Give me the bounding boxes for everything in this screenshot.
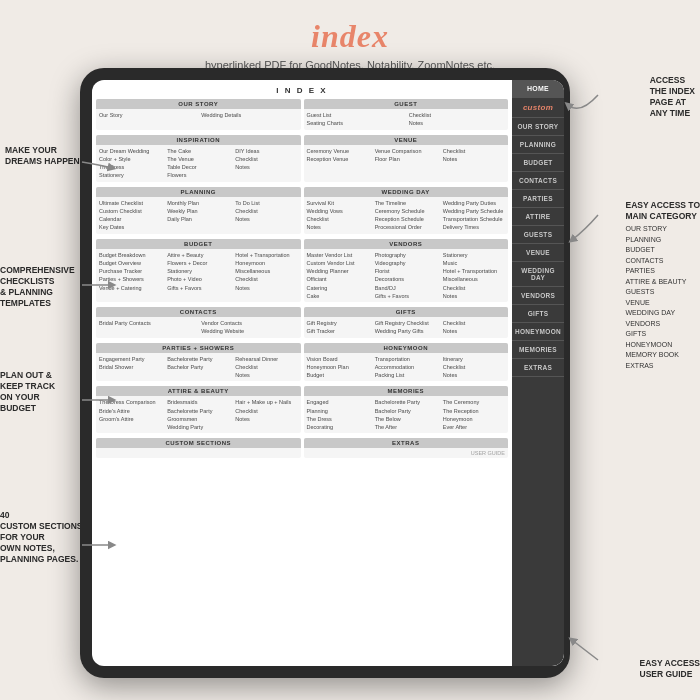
section-extras: EXTRAS USER GUIDE (304, 438, 509, 458)
col: Vision BoardHoneymoon PlanBudget (307, 355, 369, 380)
col: Bachelorette PartyBachelor PartyThe Belo… (375, 398, 437, 431)
tablet-frame: I N D E X OUR STORY Our Story Wedding De… (80, 68, 570, 678)
col: BridesmaidsBachelorette PartyGroomsmenWe… (167, 398, 229, 431)
section-header-guest: GUEST (304, 99, 509, 109)
nav-item-custom[interactable]: custom (512, 98, 564, 118)
page-title: index (0, 18, 700, 55)
nav-item-extras[interactable]: EXTRAS (512, 359, 564, 377)
col: Vendor ContactsWedding Website (201, 319, 297, 336)
section-body-honeymoon: Vision BoardHoneymoon PlanBudget Transpo… (304, 353, 509, 382)
nav-item-parties[interactable]: PARTIES (512, 190, 564, 208)
col: The CeremonyThe ReceptionHoneymoonEver A… (443, 398, 505, 431)
col: Budget BreakdownBudget OverviewPurchase … (99, 251, 161, 292)
section-header-budget: BUDGET (96, 239, 301, 249)
section-vendors: VENDORS Master Vendor ListCustom Vendor … (304, 239, 509, 303)
annotation-easy-access: EASY ACCESS TOMAIN CATEGORY OUR STORYPLA… (626, 200, 700, 371)
index-heading: I N D E X (96, 86, 508, 95)
col: Our Story (99, 111, 195, 119)
annotation-make-dreams: MAKE YOUR DREAMS HAPPEN (5, 145, 85, 167)
col: ChecklistNotes (443, 319, 505, 336)
section-body-inspiration: Our Dream WeddingColor + StyleThe DressS… (96, 145, 301, 182)
section-header-extras: EXTRAS (304, 438, 509, 448)
nav-item-venue[interactable]: VENUE (512, 244, 564, 262)
section-venue: VENUE Ceremony VenueReception Venue Venu… (304, 135, 509, 182)
section-body-memories: EngagedPlanningThe DressDecorating Bache… (304, 396, 509, 433)
section-our-story: OUR STORY Our Story Wedding Details (96, 99, 301, 130)
nav-item-memories[interactable]: MEMORIES (512, 341, 564, 359)
col: Our Dream WeddingColor + StyleThe DressS… (99, 147, 161, 180)
section-custom: CUSTOM SECTIONS (96, 438, 301, 458)
section-header-honeymoon: HONEYMOON (304, 343, 509, 353)
section-honeymoon: HONEYMOON Vision BoardHoneymoon PlanBudg… (304, 343, 509, 382)
section-attire-beauty: ATTIRE & BEAUTY The Dress ComparisonBrid… (96, 386, 301, 433)
annotation-custom-sections: 40CUSTOM SECTIONSFOR YOUROWN NOTES,PLANN… (0, 510, 83, 565)
section-memories: MEMORIES EngagedPlanningThe DressDecorat… (304, 386, 509, 433)
section-header-our-story: OUR STORY (96, 99, 301, 109)
col: EngagedPlanningThe DressDecorating (307, 398, 369, 431)
section-budget: BUDGET Budget BreakdownBudget OverviewPu… (96, 239, 301, 303)
section-body-wedding-day: Survival KitWedding VowsChecklistNotes T… (304, 197, 509, 234)
nav-item-wedding-day[interactable]: WEDDING DAY (512, 262, 564, 287)
col: Engagement PartyBridal Shower (99, 355, 161, 380)
nav-item-vendors[interactable]: VENDORS (512, 287, 564, 305)
nav-item-honeymoon[interactable]: HONEYMOON (512, 323, 564, 341)
col: Attire + BeautyFlowers + DecorStationery… (167, 251, 229, 292)
annotation-checklists: COMPREHENSIVECHECKLISTS& PLANNINGTEMPLAT… (0, 265, 75, 309)
nav-item-guests[interactable]: GUESTS (512, 226, 564, 244)
col: To Do ListChecklistNotes (235, 199, 297, 232)
col: Gift Registry ChecklistWedding Party Gif… (375, 319, 437, 336)
section-body-guest: Guest ListSeating Charts ChecklistNotes (304, 109, 509, 130)
nav-item-budget[interactable]: BUDGET (512, 154, 564, 172)
section-body-parties-showers: Engagement PartyBridal Shower Bacheloret… (96, 353, 301, 382)
section-body-extras: USER GUIDE (304, 448, 509, 458)
annotation-access-index: ACCESSTHE INDEXPAGE ATANY TIME (650, 75, 695, 119)
col: Wedding Party DutiesWedding Party Schedu… (443, 199, 505, 232)
col: Survival KitWedding VowsChecklistNotes (307, 199, 369, 232)
section-planning: PLANNING Ultimate ChecklistCustom Checkl… (96, 187, 301, 234)
section-header-vendors: VENDORS (304, 239, 509, 249)
col: TransportationAccommodationPacking List (375, 355, 437, 380)
section-header-planning: PLANNING (96, 187, 301, 197)
nav-item-our-story[interactable]: OUR STORY (512, 118, 564, 136)
col: Ceremony VenueReception Venue (307, 147, 369, 164)
section-body-budget: Budget BreakdownBudget OverviewPurchase … (96, 249, 301, 294)
col: PhotographyVideographyFloristDecorations… (375, 251, 437, 301)
section-gifts: GIFTS Gift RegistryGift Tracker Gift Reg… (304, 307, 509, 338)
nav-item-attire[interactable]: ATTIRE (512, 208, 564, 226)
col: The TimelineCeremony ScheduleReception S… (375, 199, 437, 232)
col: Ultimate ChecklistCustom ChecklistCalend… (99, 199, 161, 232)
section-header-attire-beauty: ATTIRE & BEAUTY (96, 386, 301, 396)
section-header-wedding-day: WEDDING DAY (304, 187, 509, 197)
section-body-contacts: Bridal Party Contacts Vendor ContactsWed… (96, 317, 301, 338)
nav-item-gifts[interactable]: GIFTS (512, 305, 564, 323)
side-navigation: HOME custom OUR STORY PLANNING BUDGET CO… (512, 80, 564, 666)
col: Master Vendor ListCustom Vendor ListWedd… (307, 251, 369, 301)
section-body-our-story: Our Story Wedding Details (96, 109, 301, 121)
col: Venue ComparisonFloor Plan (375, 147, 437, 164)
section-body-vendors: Master Vendor ListCustom Vendor ListWedd… (304, 249, 509, 303)
col: StationeryMusicHotel + TransportationMis… (443, 251, 505, 301)
tablet-device: I N D E X OUR STORY Our Story Wedding De… (80, 68, 570, 678)
col: DIY IdeasChecklistNotes (235, 147, 297, 180)
section-header-venue: VENUE (304, 135, 509, 145)
section-guest: GUEST Guest ListSeating Charts Checklist… (304, 99, 509, 130)
col: ChecklistNotes (409, 111, 505, 128)
section-body-venue: Ceremony VenueReception Venue Venue Comp… (304, 145, 509, 166)
section-header-contacts: CONTACTS (96, 307, 301, 317)
col: Guest ListSeating Charts (307, 111, 403, 128)
col: Rehearsal DinnerChecklistNotes (235, 355, 297, 380)
nav-item-planning[interactable]: PLANNING (512, 136, 564, 154)
nav-item-home[interactable]: HOME (512, 80, 564, 98)
index-grid: OUR STORY Our Story Wedding Details GUES… (96, 99, 508, 460)
col: Monthly PlanWeekly PlanDaily Plan (167, 199, 229, 232)
section-header-parties-showers: PARTIES + SHOWERS (96, 343, 301, 353)
col: ChecklistNotes (443, 147, 505, 164)
col: Bachelorette PartyBachelor Party (167, 355, 229, 380)
section-header-custom: CUSTOM SECTIONS (96, 438, 301, 448)
section-contacts: CONTACTS Bridal Party Contacts Vendor Co… (96, 307, 301, 338)
nav-item-contacts[interactable]: CONTACTS (512, 172, 564, 190)
index-content: I N D E X OUR STORY Our Story Wedding De… (92, 80, 512, 666)
section-body-planning: Ultimate ChecklistCustom ChecklistCalend… (96, 197, 301, 234)
col: Wedding Details (201, 111, 297, 119)
col: ItineraryChecklistNotes (443, 355, 505, 380)
